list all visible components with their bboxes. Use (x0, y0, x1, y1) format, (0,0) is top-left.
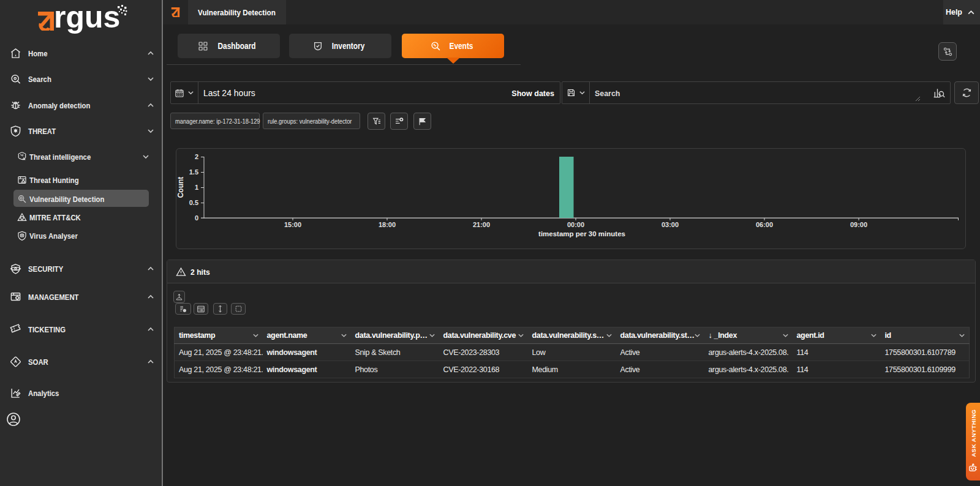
svg-text:1: 1 (195, 184, 198, 191)
svg-text:09:00: 09:00 (850, 221, 867, 228)
svg-text:2: 2 (195, 153, 198, 160)
svg-text:0.5: 0.5 (189, 199, 198, 206)
svg-text:15:00: 15:00 (284, 221, 301, 228)
svg-text:1.5: 1.5 (189, 168, 198, 176)
svg-text:18:00: 18:00 (379, 221, 396, 228)
svg-text:timestamp per 30 minutes: timestamp per 30 minutes (538, 230, 625, 237)
svg-text:00:00: 00:00 (567, 221, 584, 228)
svg-text:21:00: 21:00 (473, 221, 490, 228)
svg-text:Count: Count (176, 177, 185, 198)
svg-text:06:00: 06:00 (756, 221, 773, 228)
svg-text:0: 0 (195, 214, 198, 222)
svg-text:03:00: 03:00 (662, 221, 679, 228)
